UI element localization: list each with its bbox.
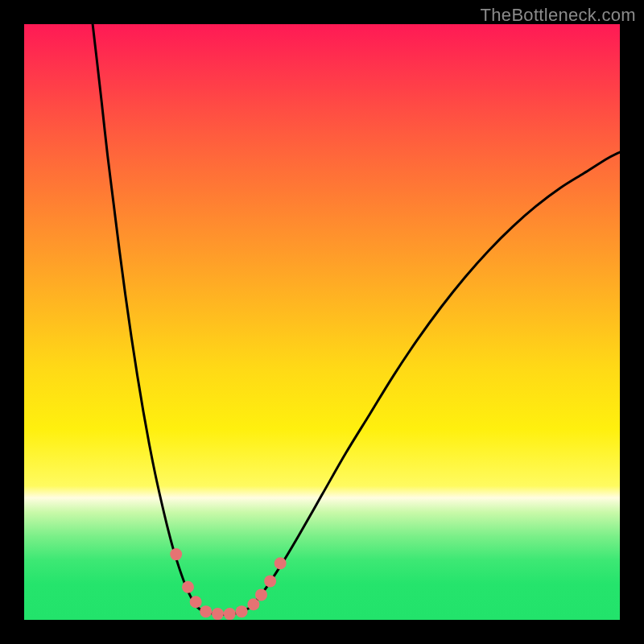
marker-dot — [247, 598, 259, 610]
marker-dot — [275, 557, 287, 569]
marker-dot — [170, 548, 182, 560]
marker-dot — [224, 608, 236, 620]
marker-dot — [264, 575, 276, 587]
highlight-markers — [170, 548, 287, 620]
bottleneck-curve — [93, 24, 620, 614]
marker-dot — [236, 605, 248, 617]
marker-dot — [182, 581, 194, 593]
marker-dot — [190, 596, 202, 608]
marker-dot — [255, 588, 267, 601]
marker-dot — [212, 608, 224, 620]
watermark-text: TheBottleneck.com — [481, 5, 636, 26]
chart-frame: TheBottleneck.com — [0, 0, 644, 644]
marker-dot — [200, 605, 212, 617]
plot-area — [24, 24, 620, 620]
chart-svg — [24, 24, 620, 620]
